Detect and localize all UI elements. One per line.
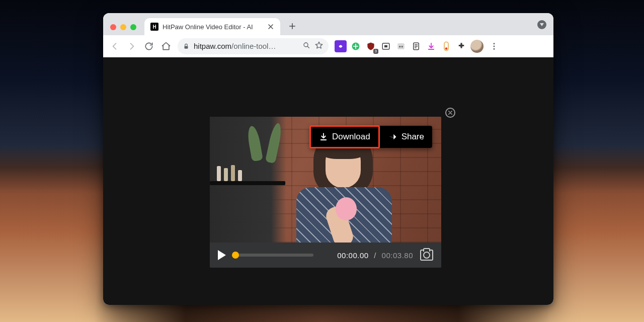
extension-button[interactable] (335, 40, 347, 52)
address-url: hitpaw.com/online-tool… (194, 42, 298, 50)
window-controls (109, 24, 139, 35)
profile-chip[interactable] (537, 20, 546, 29)
browser-tab[interactable]: H HitPaw Online Video Editor - AI (144, 18, 280, 35)
profile-avatar-button[interactable] (470, 40, 484, 53)
lock-icon (183, 43, 190, 50)
decorative-bottles (217, 165, 242, 181)
nav-forward-button[interactable] (124, 39, 139, 54)
download-button[interactable]: Download (309, 125, 380, 148)
extension-button[interactable] (425, 40, 437, 52)
decorative-shelf (210, 181, 285, 185)
address-bar[interactable]: hitpaw.com/online-tool… (178, 38, 329, 54)
decorative-plant (247, 121, 282, 181)
nav-back-button[interactable] (107, 39, 122, 54)
duration: 00:03.80 (382, 251, 413, 260)
window-zoom-button[interactable] (130, 24, 136, 30)
extensions-row: 3 (335, 39, 502, 54)
svg-rect-5 (397, 43, 405, 49)
tab-strip: H HitPaw Online Video Editor - AI (103, 13, 553, 35)
seek-bar[interactable] (233, 254, 313, 257)
share-button-label: Share (401, 132, 424, 142)
window-minimize-button[interactable] (120, 24, 126, 30)
browser-toolbar: hitpaw.com/online-tool… 3 (103, 35, 553, 57)
bookmark-star-icon[interactable] (314, 41, 324, 51)
new-tab-button[interactable] (285, 19, 299, 33)
page-content: Download Share 00:00.00 (103, 57, 553, 305)
extension-button[interactable] (395, 40, 407, 52)
seek-handle[interactable] (232, 252, 239, 259)
extensions-menu-button[interactable] (455, 40, 467, 52)
share-button[interactable]: Share (379, 126, 432, 148)
extension-button[interactable] (440, 40, 452, 52)
window-close-button[interactable] (110, 24, 116, 30)
nav-reload-button[interactable] (141, 39, 156, 54)
search-icon[interactable] (302, 41, 310, 51)
video-controls: 00:00.00 / 00:03.80 (210, 243, 441, 268)
current-time: 00:00.00 (337, 251, 368, 260)
video-frame[interactable]: Download Share (210, 117, 441, 243)
time-display: 00:00.00 / 00:03.80 (337, 251, 413, 260)
svg-point-10 (445, 47, 448, 50)
share-icon (387, 132, 397, 141)
extension-button[interactable] (380, 40, 392, 52)
browser-menu-button[interactable] (487, 39, 502, 54)
svg-point-12 (494, 45, 495, 47)
download-icon (319, 132, 328, 141)
extension-button[interactable] (410, 40, 422, 52)
nav-home-button[interactable] (158, 39, 174, 54)
download-button-label: Download (332, 132, 370, 142)
extension-button[interactable] (350, 40, 362, 52)
extension-badge: 3 (373, 49, 378, 54)
svg-point-7 (401, 46, 403, 47)
svg-rect-4 (384, 45, 387, 47)
close-preview-button[interactable] (445, 108, 455, 118)
svg-point-11 (494, 43, 495, 44)
tab-close-button[interactable] (267, 23, 274, 30)
svg-point-6 (399, 46, 400, 47)
svg-point-13 (494, 48, 495, 49)
video-action-bar: Download Share (310, 126, 432, 148)
play-button[interactable] (218, 250, 226, 260)
video-preview-panel: Download Share 00:00.00 (210, 117, 441, 268)
snapshot-button[interactable] (420, 250, 433, 261)
svg-rect-0 (185, 46, 188, 48)
tab-favicon: H (150, 23, 158, 31)
extension-ublock-button[interactable]: 3 (365, 40, 377, 52)
tab-title: HitPaw Online Video Editor - AI (163, 23, 263, 31)
browser-window: H HitPaw Online Video Editor - AI hitp (103, 13, 553, 305)
